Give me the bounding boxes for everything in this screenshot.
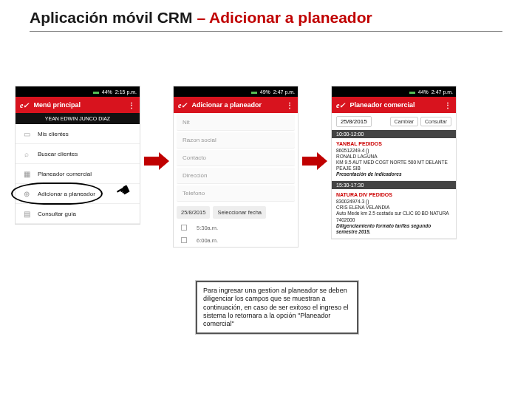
menu-item-label: Buscar clientes <box>38 151 78 157</box>
chat-icon: ▤ <box>21 208 32 219</box>
menu-item-label: Adicionar a planeador <box>38 191 95 197</box>
title-accent: – Adicionar a planeador <box>197 9 372 26</box>
time-label: 2:47 p.m. <box>432 89 453 95</box>
field-razon-social[interactable]: Razon social <box>177 132 295 149</box>
plus-icon: ⊕ <box>21 188 32 199</box>
title-prefix: Aplicación móvil CRM <box>30 9 197 26</box>
card-subject: Presentación de indicadores <box>336 171 451 177</box>
app-logo: e✓ <box>178 101 187 109</box>
checkbox-icon <box>181 237 187 243</box>
time-slot-1: 10:00-12:00 <box>332 130 456 138</box>
card-address: Auto Mede km 2.5 costado sur CLIC 80 BD … <box>336 211 451 216</box>
time-option-1[interactable]: 5:30a.m. <box>174 222 298 234</box>
phone-adicionar-planeador: 49% 2:47 p.m. e✓ Adicionar a planeador ⋮… <box>173 86 299 248</box>
status-bar: 49% 2:47 p.m. <box>174 86 298 97</box>
time-label: 2:47 p.m. <box>273 89 295 95</box>
time-label: 2:15 p.m. <box>115 89 137 95</box>
date-value[interactable]: 25/8/2015 <box>177 206 210 219</box>
card-title: NATURA DIV PEDIDOS <box>336 192 451 199</box>
signal-icon <box>93 89 99 94</box>
field-direccion[interactable]: Dirección <box>177 168 295 184</box>
change-button[interactable]: Cambiar <box>390 117 418 126</box>
menu-item-label: Planeador comercial <box>38 171 92 177</box>
time-label: 6:00a.m. <box>197 237 218 244</box>
battery-label: 44% <box>102 89 112 95</box>
menu-list: ▭ Mis clientes ⌕ Buscar clientes ▦ Plane… <box>16 124 140 224</box>
card-address: KM 9.5 AUT MED COST NORTE 500 MT DELANTE… <box>336 160 451 171</box>
menu-item-label: Consultar guía <box>38 211 76 217</box>
arrow-right-2 <box>299 152 331 170</box>
status-bar: 44% 2:47 p.m. <box>332 86 456 97</box>
consult-button[interactable]: Consultar <box>420 117 451 126</box>
time-slot-2: 15:30-17:30 <box>332 181 456 189</box>
menu-item-consultar-guia[interactable]: ▤ Consultar guía <box>16 204 140 224</box>
app-bar: e✓ Menú principal ⋮ <box>16 97 140 113</box>
menu-item-label: Mis clientes <box>38 131 69 137</box>
arrow-right-1 <box>140 152 173 170</box>
signal-icon <box>409 89 415 94</box>
card-nit: 830024974-3 () <box>336 199 451 205</box>
battery-label: 49% <box>260 89 270 95</box>
field-contacto[interactable]: Contacto <box>177 150 295 166</box>
search-icon: ⌕ <box>21 149 32 159</box>
slide-title: Aplicación móvil CRM – Adicionar a plane… <box>30 9 502 32</box>
svg-marker-0 <box>144 152 169 170</box>
overflow-icon[interactable]: ⋮ <box>444 101 451 109</box>
time-option-2[interactable]: 6:00a.m. <box>174 234 298 247</box>
battery-label: 44% <box>418 89 429 95</box>
time-label: 5:30a.m. <box>197 225 218 231</box>
app-bar: e✓ Planeador comercial ⋮ <box>332 97 456 113</box>
checkbox-icon <box>181 225 187 231</box>
appbar-title: Planeador comercial <box>349 101 415 109</box>
svg-marker-1 <box>302 152 327 170</box>
card-phone: 7402000 <box>336 217 451 223</box>
planner-date[interactable]: 25/8/2015 <box>336 116 372 127</box>
status-bar: 44% 2:15 p.m. <box>16 86 140 97</box>
menu-item-buscar-clientes[interactable]: ⌕ Buscar clientes <box>16 144 140 164</box>
app-bar: e✓ Adicionar a planeador ⋮ <box>174 97 298 113</box>
field-nit[interactable]: Nit <box>177 115 295 131</box>
clipboard-icon: ▭ <box>21 129 32 139</box>
phones-row: 44% 2:15 p.m. e✓ Menú principal ⋮ YEAN E… <box>15 86 532 248</box>
date-row: 25/8/2015 Seleccionar fecha <box>174 203 298 222</box>
app-logo: e✓ <box>20 101 29 109</box>
planner-header: 25/8/2015 Cambiar Consultar <box>332 113 456 130</box>
calendar-icon: ▦ <box>21 168 32 179</box>
signal-icon <box>251 89 257 94</box>
overflow-icon[interactable]: ⋮ <box>128 101 135 109</box>
card-title: YANBAL PEDIDOS <box>336 141 451 148</box>
phone-menu-principal: 44% 2:15 p.m. e✓ Menú principal ⋮ YEAN E… <box>15 86 140 225</box>
field-telefono[interactable]: Telefono <box>177 185 295 202</box>
user-label: YEAN EDWIN JUNCO DIAZ <box>16 113 140 124</box>
card-nit: 860512249-4 () <box>336 148 451 154</box>
card-subject: Diligenciamiento formato tarifas segundo… <box>336 223 451 235</box>
plan-card-1[interactable]: YANBAL PEDIDOS 860512249-4 () RONALD LAG… <box>332 138 456 181</box>
overflow-icon[interactable]: ⋮ <box>286 101 293 109</box>
plan-card-2[interactable]: NATURA DIV PEDIDOS 830024974-3 () CRIS E… <box>332 189 456 239</box>
app-logo: e✓ <box>336 101 345 109</box>
form-list: Nit Razon social Contacto Dirección Tele… <box>174 115 298 247</box>
card-contact: RONALD LAGUNA <box>336 154 451 160</box>
appbar-title: Menú principal <box>33 101 81 109</box>
menu-item-mis-clientes[interactable]: ▭ Mis clientes <box>16 124 140 144</box>
appbar-title: Adicionar a planeador <box>191 101 262 109</box>
instruction-callout: Para ingresar una gestion al planeador s… <box>196 281 358 334</box>
select-date-button[interactable]: Seleccionar fecha <box>213 206 266 219</box>
card-contact: CRIS ELENA VELANDIA <box>336 205 451 211</box>
phone-planeador-comercial: 44% 2:47 p.m. e✓ Planeador comercial ⋮ 2… <box>331 86 457 239</box>
